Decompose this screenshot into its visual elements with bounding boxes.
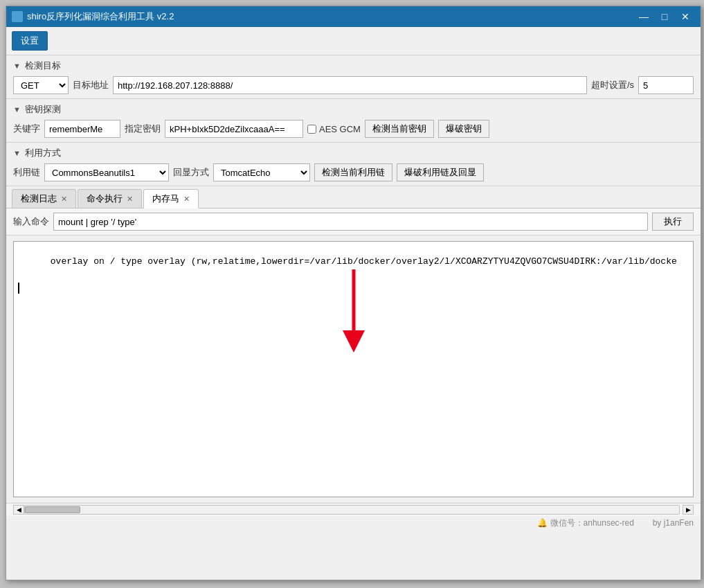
section-arrow-exploit: ▼	[13, 149, 21, 157]
cursor-area	[14, 281, 693, 294]
chain-select[interactable]: CommonsBeanutils1 CommonsCollections2 Co…	[44, 163, 169, 181]
watermark-row: 🔔 微信号：anhunsec-red by j1anFen	[6, 516, 701, 531]
keyword-label: 关键字	[13, 123, 40, 135]
exploit-method-section: ▼ 利用方式 利用链 CommonsBeanutils1 CommonsColl…	[6, 143, 701, 186]
secretkey-input[interactable]	[165, 120, 303, 138]
execute-button[interactable]: 执行	[652, 213, 694, 231]
detection-target-section: ▼ 检测目标 GET POST 目标地址 超时设置/s	[6, 55, 701, 99]
timeout-label: 超时设置/s	[591, 79, 634, 91]
scrollbar-row: ◀ ▶	[6, 503, 701, 516]
tab-memory-shell-label: 内存马	[152, 193, 179, 205]
detection-target-header: ▼ 检测目标	[13, 60, 694, 72]
method-select[interactable]: GET POST	[13, 76, 69, 94]
secretkey-label: 指定密钥	[125, 123, 161, 135]
keyword-input[interactable]	[44, 120, 120, 138]
display-label: 回显方式	[173, 166, 209, 179]
window-title: shiro反序列化漏洞综合利用工具 v2.2	[27, 10, 634, 23]
maximize-button[interactable]: □	[655, 9, 674, 24]
tab-command-exec-close[interactable]: ✕	[127, 195, 133, 204]
toolbar: 设置	[6, 27, 701, 55]
window-controls: — □ ✕	[634, 9, 695, 24]
command-row: 输入命令 执行	[6, 208, 701, 235]
svg-marker-1	[343, 330, 365, 353]
output-text: overlay on / type overlay (rw,relatime,l…	[14, 242, 693, 281]
tabs-bar: 检测日志 ✕ 命令执行 ✕ 内存马 ✕	[6, 186, 701, 208]
settings-button[interactable]: 设置	[12, 31, 48, 51]
url-label: 目标地址	[73, 79, 109, 91]
display-select[interactable]: TomcatEcho SpringEcho HeaderEcho	[213, 163, 310, 181]
key-detection-section: ▼ 密钥探测 关键字 指定密钥 AES GCM 检测当前密钥 爆破密钥	[6, 99, 701, 143]
command-label: 输入命令	[13, 215, 49, 228]
app-icon	[12, 11, 23, 22]
watermark-icon: 🔔	[537, 518, 548, 528]
aes-gcm-checkbox-row: AES GCM	[307, 124, 361, 134]
url-input[interactable]	[113, 76, 587, 94]
tab-memory-shell[interactable]: 内存马 ✕	[143, 189, 199, 208]
aes-gcm-label: AES GCM	[319, 124, 361, 134]
text-cursor	[18, 283, 19, 294]
crack-key-button[interactable]: 爆破密钥	[438, 120, 489, 138]
tab-memory-shell-close[interactable]: ✕	[183, 195, 190, 204]
tab-detection-log[interactable]: 检测日志 ✕	[12, 189, 76, 208]
watermark-author: by j1anFen	[653, 518, 694, 528]
tab-command-exec[interactable]: 命令执行 ✕	[78, 189, 142, 208]
exploit-method-header: ▼ 利用方式	[13, 147, 694, 159]
scrollbar-track[interactable]	[24, 505, 680, 515]
detect-chain-button[interactable]: 检测当前利用链	[314, 163, 392, 181]
section-arrow-detection: ▼	[13, 62, 21, 70]
output-container[interactable]: overlay on / type overlay (rw,relatime,l…	[13, 241, 694, 497]
section-arrow-key: ▼	[13, 105, 21, 114]
title-bar: shiro反序列化漏洞综合利用工具 v2.2 — □ ✕	[6, 6, 701, 27]
chain-label: 利用链	[13, 166, 40, 179]
tab-detection-log-close[interactable]: ✕	[61, 195, 67, 204]
detection-target-title: 检测目标	[25, 60, 61, 72]
watermark-text: 微信号：anhunsec-red	[550, 518, 634, 528]
cursor-line	[18, 281, 689, 294]
scroll-right-arrow[interactable]: ▶	[683, 505, 694, 515]
timeout-input[interactable]	[638, 76, 694, 94]
minimize-button[interactable]: —	[634, 9, 653, 24]
scrollbar-thumb[interactable]	[25, 506, 80, 513]
detect-key-button[interactable]: 检测当前密钥	[365, 120, 434, 138]
key-detection-header: ▼ 密钥探测	[13, 103, 694, 116]
key-detection-title: 密钥探测	[25, 103, 61, 116]
tab-command-exec-label: 命令执行	[87, 193, 123, 205]
crack-chain-button[interactable]: 爆破利用链及回显	[397, 163, 484, 181]
close-button[interactable]: ✕	[676, 9, 695, 24]
scroll-left-arrow[interactable]: ◀	[13, 505, 24, 515]
main-window: shiro反序列化漏洞综合利用工具 v2.2 — □ ✕ 设置 ▼ 检测目标 G…	[6, 6, 701, 580]
exploit-method-title: 利用方式	[25, 147, 61, 159]
detection-target-row: GET POST 目标地址 超时设置/s	[13, 76, 694, 94]
tab-detection-log-label: 检测日志	[21, 193, 57, 205]
aes-gcm-checkbox[interactable]	[307, 125, 316, 134]
exploit-method-row: 利用链 CommonsBeanutils1 CommonsCollections…	[13, 163, 694, 181]
key-detection-row: 关键字 指定密钥 AES GCM 检测当前密钥 爆破密钥	[13, 120, 694, 138]
command-input[interactable]	[53, 213, 648, 231]
